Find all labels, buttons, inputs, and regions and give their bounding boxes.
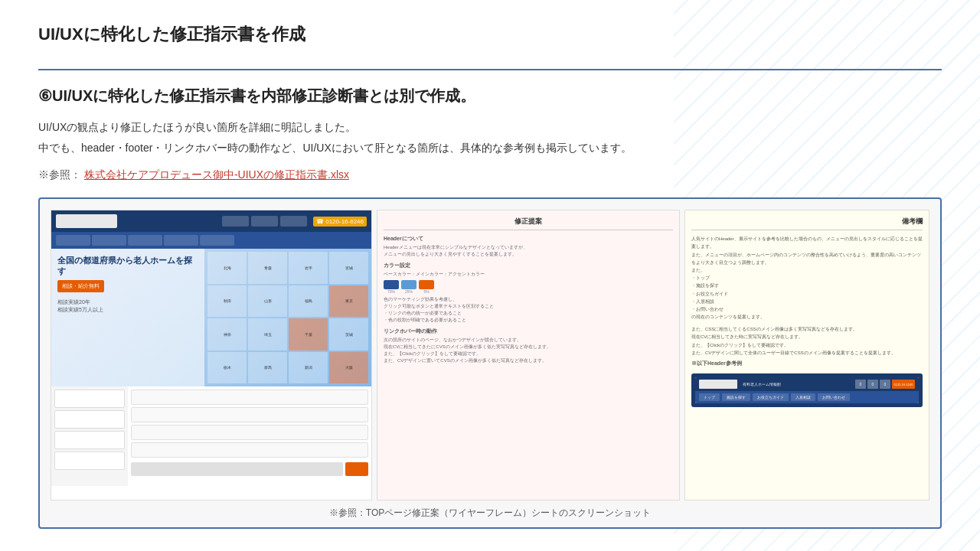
content-block [131,425,368,440]
sidebar-item [54,410,125,429]
site-header: ☎ 0120-16-6246 [51,210,371,232]
nav-item: お問い合わせ [818,393,850,401]
map-cell: 東京 [329,285,368,318]
map-cell: 埼玉 [248,318,287,350]
screenshot-box: ☎ 0120-16-6246 全国の都道府県から老人ホームを探す 相談・紹介無料… [38,197,942,529]
map-cell: 新潟 [289,352,328,384]
section-divider [38,69,942,70]
color-palette: 70% 25% 5% [384,280,673,294]
site-sidebar [51,386,128,486]
reference-text-footer: また、CSSに相当してくるCSSのメイン画像は多く実写写真などを存在します。 現… [691,325,923,357]
correction-item-header: Headerについて Headerメニューは現在非常にシンプルなデザインとなって… [384,235,673,258]
correction-title: 修正提案 [384,217,673,230]
icon-box: 0 [880,380,890,389]
header-ex-top: 有料老人ホーム情報館 0 0 0 0120-16-6246 [695,377,919,391]
map-grid: 北海 青森 岩手 宮城 秋田 山形 福島 東京 神奈 埼玉 千葉 茨城 栃木 群… [204,249,371,386]
site-nav-bar [51,232,371,249]
reference-sheet: 備考欄 人気サイトのHeader、展示サイトを参考を比較した場合のもの、メニュー… [684,210,929,500]
content-block [131,390,368,405]
map-cell: 福島 [289,285,328,318]
site-header-nav [222,216,307,227]
correction-sheet: 修正提案 Headerについて Headerメニューは現在非常にシンプルなデザイ… [377,210,680,500]
correction-text-link: 次の箇所のサイトのページ、なおかつデザインが競合しています。 現在CVに相当して… [384,337,673,364]
icon-box: 0 [855,380,866,389]
color-swatch-sub [401,280,416,289]
header-ex-title: 有料老人ホーム情報館 [743,382,781,386]
correction-text: Headerメニューは現在非常にシンプルなデザインとなっていますが、 メニューの… [384,244,673,258]
color-label: 25% [401,289,416,294]
correction-item-link: リンクホバー時の動作 次の箇所のサイトのページ、なおかつデザインが競合しています… [384,328,673,364]
reference-title: 備考欄 [691,217,923,230]
map-cell: 岩手 [289,252,328,284]
header-example-inner: 有料老人ホーム情報館 0 0 0 0120-16-6246 トップ 施設を探す … [695,377,919,403]
map-cell: 大阪 [329,352,368,384]
correction-label-color: カラー設定 [384,262,673,269]
screenshot-caption: ※参照：TOPページ修正案（ワイヤーフレーム）シートのスクリーンショット [51,507,929,520]
map-cell: 神奈 [207,318,247,350]
phone-number: ☎ 0120-16-6246 [313,217,367,227]
hero-left: 全国の都道府県から老人ホームを探す 相談・紹介無料 相談実績20年相談実績5万人… [51,249,204,386]
section-body: UI/UXの観点より修正したほうが良い箇所を詳細に明記しました。 中でも、hea… [38,117,942,158]
header-ex-logo [699,380,737,389]
hero-map: 北海 青森 岩手 宮城 秋田 山形 福島 東京 神奈 埼玉 千葉 茨城 栃木 群… [204,249,371,386]
hero-title: 全国の都道府県から老人ホームを探す [57,255,198,277]
website-preview: ☎ 0120-16-6246 全国の都道府県から老人ホームを探す 相談・紹介無料… [51,210,372,500]
map-cell: 宮城 [329,252,368,284]
section-heading: ⑥UI/UXに特化した修正指示書を内部修正診断書とは別で作成。 [38,86,942,106]
hero-cta-btn: 相談・紹介無料 [57,280,104,292]
main-content [128,386,371,486]
header-ex-nav-row: トップ 施設を探す お役立ちガイド 入居相談 お問い合わせ [695,391,919,403]
reference-text-header: 人気サイトのHeader、展示サイトを参考を比較した場合のもの、メニューの見出し… [691,235,923,321]
hero-sub: 相談実績20年相談実績5万人以上 [57,298,198,314]
site-logo [56,214,117,228]
header-example-label: ※以下Header参考例 [691,360,923,367]
content-block [131,407,368,422]
correction-item-color: カラー設定 ベースカラー：メインカラー：アクセントカラー 70% 25% [384,262,673,324]
search-btn-mock [345,462,368,476]
search-input-mock [131,462,343,476]
content-block [131,442,368,458]
correction-label: Headerについて [384,235,673,243]
icon-box: 0 [867,380,878,389]
header-ex-icons: 0 0 0 0120-16-6246 [855,380,915,389]
page-title: UI/UXに特化した修正指示書を作成 [38,23,942,46]
map-cell: 秋田 [207,285,247,318]
map-cell: 群馬 [248,352,287,384]
map-cell: 青森 [248,252,287,284]
reference-line: ※参照： 株式会社ケアプロデュース御中-UIUXの修正指示書.xlsx [38,168,942,182]
color-label: 70% [384,289,399,294]
map-cell: 山形 [248,285,287,318]
correction-text-color2: 色のマーケティング効果を考慮し、 クリック可能なボタンと通常テキストを区別するこ… [384,296,673,324]
reference-link[interactable]: 株式会社ケアプロデュース御中-UIUXの修正指示書.xlsx [84,168,349,181]
phone-btn: 0120-16-6246 [892,380,915,389]
correction-text-color: ベースカラー：メインカラー：アクセントカラー [384,271,673,278]
map-cell: 千葉 [289,318,328,350]
site-hero: 全国の都道府県から老人ホームを探す 相談・紹介無料 相談実績20年相談実績5万人… [51,249,371,386]
sidebar-item [54,390,125,408]
footer-ref: また、CSSに相当してくるCSSのメイン画像は多く実写写真などを存在します。 現… [691,325,923,357]
search-row [131,462,368,476]
color-swatch-accent [419,280,434,289]
sidebar-item [54,452,125,470]
sidebar-item [54,431,125,449]
color-label: 5% [419,289,434,294]
map-cell: 北海 [207,252,247,284]
nav-item: トップ [699,393,720,401]
header-example-box: 有料老人ホーム情報館 0 0 0 0120-16-6246 トップ 施設を探す … [691,373,923,407]
nav-item: 入居相談 [791,393,815,401]
site-body [51,386,371,486]
correction-label-link: リンクホバー時の動作 [384,328,673,335]
screenshot-inner: ☎ 0120-16-6246 全国の都道府県から老人ホームを探す 相談・紹介無料… [51,210,929,500]
nav-item: お役立ちガイド [753,393,789,401]
map-cell: 茨城 [329,318,368,350]
nav-item: 施設を探す [722,393,750,401]
color-swatch-main [384,280,399,289]
map-cell: 栃木 [207,352,247,384]
